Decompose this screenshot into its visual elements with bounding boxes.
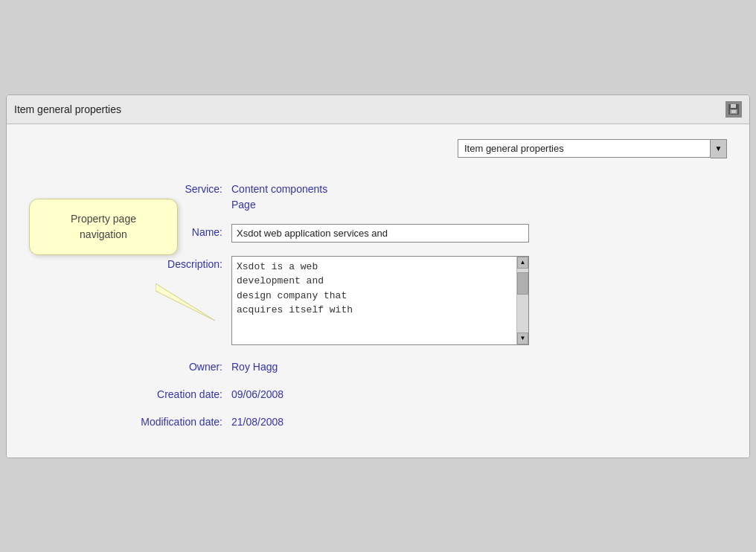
scroll-track [517,269,528,333]
scroll-down-button[interactable]: ▼ [517,333,528,344]
modification-date-value: 21/08/2008 [231,414,284,428]
title-bar: Item general properties [7,95,749,124]
top-row: Item general properties ▼ [29,139,727,158]
creation-date-label: Creation date: [103,386,222,400]
main-window: Item general properties Property page na… [6,94,750,458]
description-label: Description: [103,256,222,270]
svg-marker-4 [156,283,215,321]
content-area: Property page navigation Item general pr… [7,124,749,458]
owner-value: Roy Hagg [231,359,278,373]
modification-date-label: Modification date: [103,414,222,428]
scroll-up-button[interactable]: ▲ [517,257,528,269]
service-row: Service: Content components Page [103,181,727,211]
service-value-line1: Content components [231,181,327,195]
tooltip-line2: navigation [80,228,127,240]
service-value: Content components Page [231,181,327,211]
owner-row: Owner: Roy Hagg [103,359,727,373]
tooltip-container: Property page navigation [29,199,178,255]
service-label: Service: [103,181,222,195]
name-input[interactable] [231,224,529,243]
service-value-line2: Page [231,196,327,211]
property-page-dropdown[interactable]: Item general properties [458,139,711,158]
dropdown-arrow-button[interactable]: ▼ [711,139,727,158]
owner-label: Owner: [103,359,222,373]
svg-rect-1 [731,104,736,108]
creation-date-value: 09/06/2008 [231,386,284,400]
creation-date-row: Creation date: 09/06/2008 [103,386,727,400]
tooltip-bubble: Property page navigation [29,199,178,255]
tooltip-line1: Property page [71,213,136,225]
window-title: Item general properties [14,103,121,115]
scroll-thumb[interactable] [517,272,528,295]
dropdown-wrapper: Item general properties ▼ [458,139,727,158]
description-scrollbar: ▲ ▼ [516,257,528,344]
description-textarea[interactable]: Xsdot is a web development and design co… [232,257,516,344]
description-wrapper: Xsdot is a web development and design co… [231,256,529,345]
svg-rect-3 [731,110,736,113]
save-button[interactable] [725,101,742,118]
name-row: Name: [103,224,727,243]
modification-date-row: Modification date: 21/08/2008 [103,414,727,428]
